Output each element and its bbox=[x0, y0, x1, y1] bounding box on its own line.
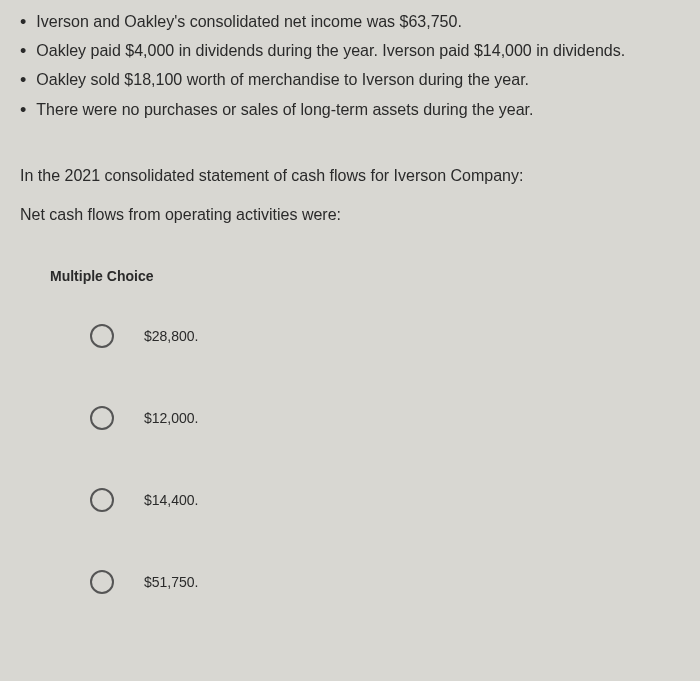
given-facts-list: • Iverson and Oakley's consolidated net … bbox=[20, 10, 680, 123]
bullet-text: Oakley paid $4,000 in dividends during t… bbox=[36, 39, 625, 63]
prompt-line-1: In the 2021 consolidated statement of ca… bbox=[20, 163, 680, 189]
prompt-line-2: Net cash flows from operating activities… bbox=[20, 202, 680, 228]
choice-text: $51,750. bbox=[144, 574, 199, 590]
choice-option-4[interactable]: $51,750. bbox=[90, 570, 680, 594]
radio-icon[interactable] bbox=[90, 570, 114, 594]
bullet-item: • Oakley sold $18,100 worth of merchandi… bbox=[20, 68, 680, 93]
choice-text: $14,400. bbox=[144, 492, 199, 508]
bullet-dot-icon: • bbox=[20, 10, 26, 35]
bullet-dot-icon: • bbox=[20, 98, 26, 123]
choice-text: $12,000. bbox=[144, 410, 199, 426]
question-prompt: In the 2021 consolidated statement of ca… bbox=[20, 163, 680, 228]
radio-icon[interactable] bbox=[90, 324, 114, 348]
bullet-text: Iverson and Oakley's consolidated net in… bbox=[36, 10, 462, 34]
bullet-item: • Iverson and Oakley's consolidated net … bbox=[20, 10, 680, 35]
choice-option-1[interactable]: $28,800. bbox=[90, 324, 680, 348]
bullet-item: • There were no purchases or sales of lo… bbox=[20, 98, 680, 123]
choice-option-2[interactable]: $12,000. bbox=[90, 406, 680, 430]
bullet-item: • Oakley paid $4,000 in dividends during… bbox=[20, 39, 680, 64]
bullet-dot-icon: • bbox=[20, 39, 26, 64]
choice-option-3[interactable]: $14,400. bbox=[90, 488, 680, 512]
choices-list: $28,800. $12,000. $14,400. $51,750. bbox=[90, 324, 680, 594]
bullet-dot-icon: • bbox=[20, 68, 26, 93]
radio-icon[interactable] bbox=[90, 488, 114, 512]
multiple-choice-label: Multiple Choice bbox=[50, 268, 680, 284]
choice-text: $28,800. bbox=[144, 328, 199, 344]
bullet-text: There were no purchases or sales of long… bbox=[36, 98, 533, 122]
bullet-text: Oakley sold $18,100 worth of merchandise… bbox=[36, 68, 529, 92]
radio-icon[interactable] bbox=[90, 406, 114, 430]
